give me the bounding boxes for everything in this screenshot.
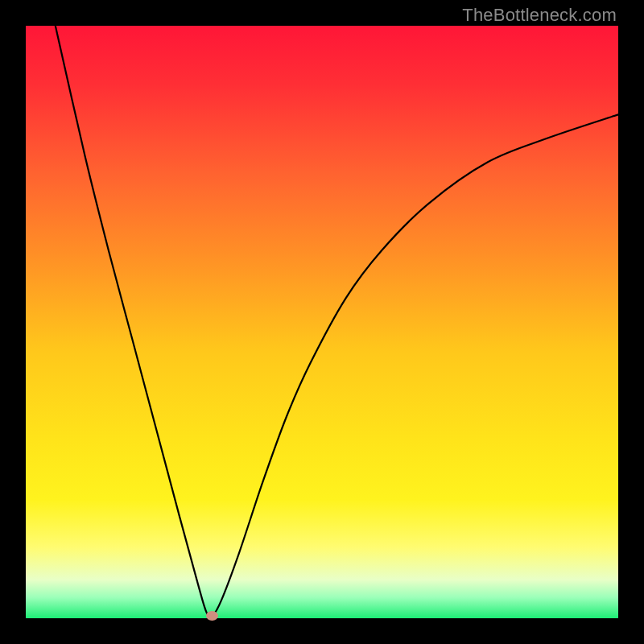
curve-layer <box>26 26 618 618</box>
plot-area <box>26 26 618 618</box>
min-point-marker <box>206 611 218 621</box>
bottleneck-curve <box>56 26 618 617</box>
watermark-text: TheBottleneck.com <box>462 5 617 26</box>
